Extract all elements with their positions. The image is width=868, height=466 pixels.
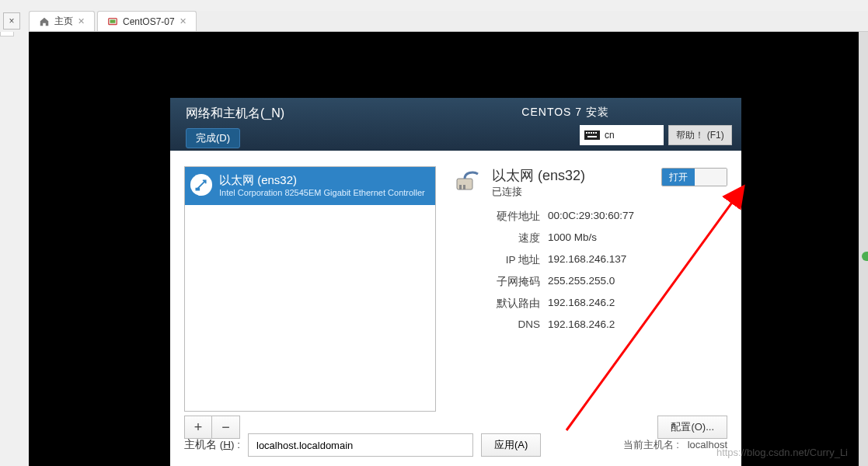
device-name: 以太网 (ens32) — [219, 173, 427, 188]
label-gateway: 默认路由 — [462, 297, 548, 311]
scrollbar[interactable] — [859, 32, 868, 466]
close-icon[interactable]: ✕ — [180, 16, 186, 26]
done-button[interactable]: 完成(D) — [186, 128, 240, 148]
keyboard-layout-selector[interactable]: cn — [580, 125, 664, 145]
connection-toggle[interactable]: 打开 — [661, 168, 727, 186]
vmware-tabs: 主页 ✕ CentOS7-07 ✕ — [29, 11, 868, 32]
device-list-item[interactable]: 以太网 (ens32) Intel Corporation 82545EM Gi… — [185, 167, 435, 205]
tab-vm[interactable]: CentOS7-07 ✕ — [97, 11, 197, 31]
tab-home[interactable]: 主页 ✕ — [29, 11, 95, 31]
value-mask: 255.255.255.0 — [548, 275, 615, 289]
device-description: Intel Corporation 82545EM Gigabit Ethern… — [219, 188, 427, 197]
value-speed: 1000 Mb/s — [548, 231, 597, 245]
keyboard-layout-label: cn — [605, 130, 615, 141]
tab-home-label: 主页 — [54, 15, 73, 28]
value-ip: 192.168.246.137 — [548, 253, 626, 267]
label-mask: 子网掩码 — [462, 275, 548, 289]
watermark: https://blog.csdn.net/Curry_Li — [716, 447, 848, 458]
network-card-icon — [455, 168, 483, 196]
value-gateway: 192.168.246.2 — [548, 297, 615, 311]
indicator-dot — [862, 252, 868, 261]
svg-rect-8 — [587, 136, 597, 137]
toggle-off-side — [695, 169, 727, 186]
label-hw-address: 硬件地址 — [462, 210, 548, 224]
detail-device-name: 以太网 (ens32) — [492, 166, 585, 185]
close-panel-button[interactable]: × — [3, 12, 20, 30]
installer-window: 网络和主机名(_N) 完成(D) CENTOS 7 安装 cn 帮助！ (F1)… — [170, 98, 741, 466]
product-title: CENTOS 7 安装 — [521, 106, 609, 120]
value-hw-address: 00:0C:29:30:60:77 — [548, 210, 634, 224]
close-icon[interactable]: ✕ — [78, 16, 85, 26]
label-speed: 速度 — [462, 231, 548, 245]
label-dns: DNS — [462, 318, 548, 330]
label-ip: IP 地址 — [462, 253, 548, 267]
installer-header: 网络和主机名(_N) 完成(D) CENTOS 7 安装 cn 帮助！ (F1) — [170, 98, 741, 151]
current-hostname: 当前主机名 : localhost — [623, 438, 727, 452]
installer-content: 以太网 (ens32) Intel Corporation 82545EM Gi… — [170, 151, 741, 466]
svg-rect-6 — [593, 132, 594, 134]
help-button[interactable]: 帮助！ (F1) — [668, 125, 732, 145]
keyboard-icon — [584, 130, 600, 140]
svg-rect-13 — [463, 185, 465, 190]
tab-vm-label: CentOS7-07 — [123, 16, 175, 27]
svg-rect-4 — [588, 132, 590, 134]
svg-rect-1 — [110, 19, 116, 23]
hostname-input[interactable] — [248, 433, 473, 457]
svg-rect-3 — [586, 132, 587, 134]
apply-button[interactable]: 应用(A) — [481, 433, 541, 457]
side-handle — [0, 32, 14, 37]
device-detail-panel: 以太网 (ens32) 已连接 硬件地址00:0C:29:30:60:77 速度… — [455, 166, 727, 338]
device-list[interactable]: 以太网 (ens32) Intel Corporation 82545EM Gi… — [184, 166, 436, 412]
detail-connection-state: 已连接 — [492, 185, 585, 199]
page-title: 网络和主机名(_N) — [186, 106, 726, 122]
svg-rect-7 — [595, 132, 597, 134]
value-dns: 192.168.246.2 — [548, 318, 615, 330]
svg-rect-10 — [196, 188, 200, 191]
vm-display-area: 网络和主机名(_N) 完成(D) CENTOS 7 安装 cn 帮助！ (F1)… — [29, 32, 859, 466]
svg-rect-5 — [591, 132, 592, 134]
hostname-row: 主机名 (H) : 应用(A) 当前主机名 : localhost — [184, 433, 727, 457]
hostname-label: 主机名 (H) : — [184, 438, 240, 452]
toggle-on-label: 打开 — [662, 169, 695, 186]
vm-icon — [107, 16, 118, 27]
svg-rect-12 — [459, 185, 462, 190]
ethernet-icon — [190, 173, 213, 196]
home-icon — [39, 16, 50, 27]
svg-rect-2 — [584, 130, 600, 140]
